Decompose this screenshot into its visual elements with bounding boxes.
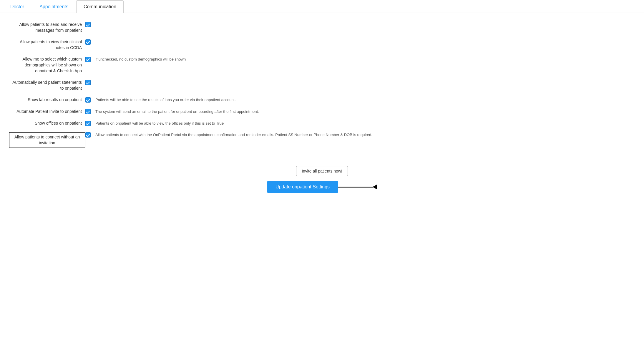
label-messaging: Allow patients to send and receive messa… — [9, 22, 85, 33]
checkbox-custom-demographics[interactable] — [85, 56, 92, 62]
checkbox-messaging[interactable] — [85, 22, 92, 27]
settings-row-custom-demographics: Allow me to select which custom demograp… — [9, 53, 635, 77]
settings-row-messaging: Allow patients to send and receive messa… — [9, 19, 635, 36]
tabs-container: Doctor Appointments Communication — [0, 0, 644, 13]
description-patient-statements — [95, 80, 635, 80]
arrow-indicator — [338, 185, 377, 189]
settings-row-patient-statements: Automatically send patient statements to… — [9, 77, 635, 94]
description-custom-demographics: If unchecked, no custom demographics wil… — [95, 56, 635, 62]
update-area: Update onpatient Settings — [267, 181, 377, 193]
arrow-head — [373, 185, 377, 189]
invite-button[interactable]: Invite all patients now! — [296, 166, 348, 176]
description-lab-results: Patients will be able to see the results… — [95, 97, 635, 103]
label-custom-demographics: Allow me to select which custom demograp… — [9, 56, 85, 74]
checkbox-icon-connect-without-invitation[interactable] — [85, 132, 91, 138]
description-messaging — [95, 22, 635, 22]
settings-row-automate-invite: Automate Patient Invite to onpatientThe … — [9, 106, 635, 118]
description-clinical-notes — [95, 39, 635, 39]
arrow-line — [338, 187, 373, 188]
settings-row-lab-results: Show lab results on onpatientPatients wi… — [9, 94, 635, 106]
settings-container: Allow patients to send and receive messa… — [9, 19, 635, 151]
label-show-offices: Show offices on onpatient — [9, 121, 85, 126]
content-area: Allow patients to send and receive messa… — [0, 13, 644, 199]
settings-row-clinical-notes: Allow patients to view their clinical no… — [9, 36, 635, 53]
label-clinical-notes: Allow patients to view their clinical no… — [9, 39, 85, 51]
checkbox-connect-without-invitation[interactable] — [85, 132, 92, 138]
label-lab-results: Show lab results on onpatient — [9, 97, 85, 103]
checkbox-icon-custom-demographics[interactable] — [85, 57, 91, 62]
checkbox-icon-clinical-notes[interactable] — [85, 39, 91, 45]
label-connect-without-invitation: Allow patients to connect without an inv… — [9, 132, 85, 148]
checkbox-patient-statements[interactable] — [85, 80, 92, 85]
tab-doctor[interactable]: Doctor — [3, 0, 31, 13]
checkbox-show-offices[interactable] — [85, 121, 92, 126]
checkbox-icon-automate-invite[interactable] — [85, 109, 91, 114]
settings-row-connect-without-invitation: Allow patients to connect without an inv… — [9, 129, 635, 151]
checkbox-icon-lab-results[interactable] — [85, 97, 91, 103]
checkbox-clinical-notes[interactable] — [85, 39, 92, 45]
update-button[interactable]: Update onpatient Settings — [267, 181, 338, 193]
label-patient-statements: Automatically send patient statements to… — [9, 80, 85, 91]
checkbox-icon-show-offices[interactable] — [85, 121, 91, 126]
tab-appointments[interactable]: Appointments — [32, 0, 76, 13]
action-area: Invite all patients now! Update onpatien… — [9, 160, 635, 193]
checkbox-lab-results[interactable] — [85, 97, 92, 103]
divider — [9, 154, 635, 154]
description-automate-invite: The system will send an email to the pat… — [95, 109, 635, 114]
checkbox-automate-invite[interactable] — [85, 109, 92, 114]
checkbox-icon-messaging[interactable] — [85, 22, 91, 27]
checkbox-icon-patient-statements[interactable] — [85, 80, 91, 85]
description-show-offices: Patients on onpatient will be able to vi… — [95, 121, 635, 126]
label-automate-invite: Automate Patient Invite to onpatient — [9, 109, 85, 115]
settings-row-show-offices: Show offices on onpatientPatients on onp… — [9, 118, 635, 129]
tab-communication[interactable]: Communication — [76, 0, 124, 13]
description-connect-without-invitation: Allow patients to connect with the OnPat… — [95, 132, 635, 138]
